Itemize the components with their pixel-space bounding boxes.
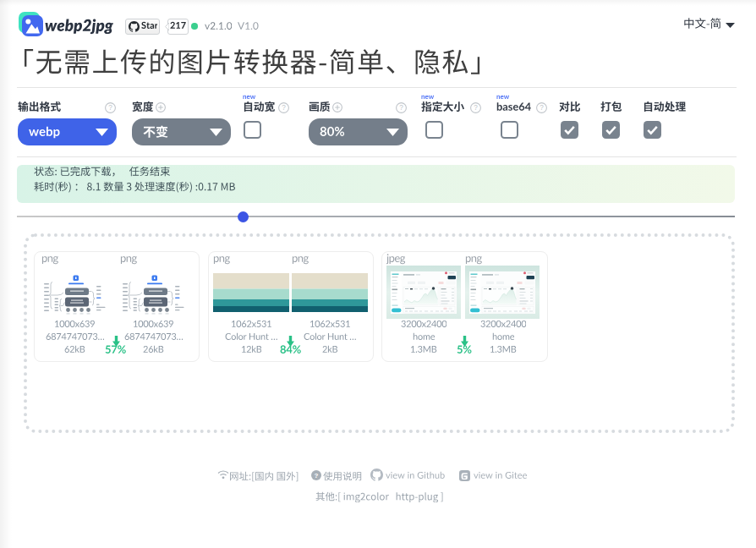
svg-text:?: ? bbox=[399, 104, 403, 112]
svg-text:?: ? bbox=[108, 104, 112, 112]
svg-text:?: ? bbox=[540, 104, 544, 112]
svg-text:?: ? bbox=[282, 104, 286, 112]
svg-text:?: ? bbox=[474, 104, 478, 112]
svg-text:?: ? bbox=[315, 472, 319, 480]
